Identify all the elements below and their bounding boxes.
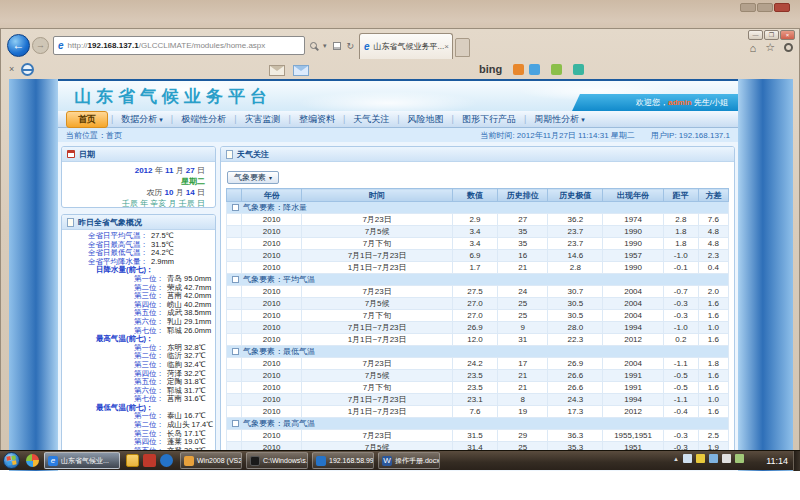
table-row[interactable]: 20107月23日27.52430.72004-0.72.0 [227,286,729,298]
weather-focus-panel: 天气关注 气象要素 ▾ [220,146,735,464]
nav-item-3[interactable]: 灾害监测 [237,113,289,126]
table-row[interactable]: 20107月23日31.52936.31955,1951-0.32.5 [227,430,729,442]
mail-open-icon[interactable] [293,65,309,76]
browser-tab[interactable]: e 山东省气候业务平... × [359,33,453,59]
date-panel-body: 2012 年 11 月 27 日星期二农历 10 月 14 日壬辰 年 辛亥 月… [62,162,215,208]
cell: 1.6 [698,298,728,310]
toolbar-icon-blue[interactable] [529,64,540,75]
table-group-row[interactable]: 气象要素：最低气温 [227,346,729,358]
search-icon[interactable] [310,42,317,49]
maximize-button[interactable]: ❐ [764,30,779,40]
table-row[interactable]: 20101月1日~7月23日7.61917.32012-0.41.6 [227,406,729,418]
toolbar-icon-teal[interactable] [573,64,584,75]
column-header-7[interactable]: 距平 [663,189,698,202]
update-icon[interactable] [683,454,692,463]
nav-item-1[interactable]: 数据分析▾ [113,113,171,126]
table-group-row[interactable]: 气象要素：平均气温 [227,274,729,286]
checkbox[interactable] [232,420,239,427]
volume-icon[interactable] [722,454,731,463]
close-icon[interactable] [774,3,790,12]
start-button[interactable] [3,452,20,469]
toolbar-icon-green[interactable] [551,64,562,75]
cell: 27.5 [452,286,497,298]
cell: 23.5 [452,382,497,394]
taskbar-task-cmd[interactable]: C:\Windows\s... [246,452,308,469]
favorites-star-icon[interactable]: ☆ [765,41,775,54]
nav-item-2[interactable]: 极端性分析 [173,113,234,126]
column-header-1[interactable]: 年份 [242,189,302,202]
taskbar-task-word[interactable]: W 操作手册.docx... [378,452,440,469]
nav-item-7[interactable]: 图形下行产品 [454,113,524,126]
network-icon[interactable] [709,454,718,463]
bing-logo[interactable]: bing [479,63,502,75]
table-row[interactable]: 20107月1日~7月23日23.1824.31994-1.11.0 [227,394,729,406]
checkbox[interactable] [232,276,239,283]
media-app-icon[interactable] [143,454,156,467]
nav-item-6[interactable]: 风险地图 [400,113,452,126]
refresh-icon[interactable]: ↻ [347,41,355,51]
nav-item-4[interactable]: 整编资料 [291,113,343,126]
date-text: 日 [195,166,205,175]
back-button[interactable]: ← [7,34,30,57]
table-row[interactable]: 20107月5候3.43523.719901.84.8 [227,226,729,238]
app-icon[interactable] [26,454,39,467]
browser-app-icon[interactable] [160,454,173,467]
toolbar-close-icon[interactable]: × [9,64,14,74]
cell: 1月1日~7月23日 [302,262,453,274]
table-group-row[interactable]: 气象要素：最高气温 [227,418,729,430]
new-tab-button[interactable] [455,38,470,57]
column-header-3[interactable]: 数值 [452,189,497,202]
table-group-row[interactable]: 气象要素：降水量 [227,202,729,214]
action-center-flag-icon[interactable] [735,454,744,463]
close-button[interactable]: × [780,30,795,40]
toolbar-icon-orange[interactable] [513,64,524,75]
taskbar-clock[interactable]: 11:14 [766,456,788,466]
maximize-icon[interactable] [757,3,773,12]
tab-close-icon[interactable]: × [444,42,449,51]
forward-button[interactable]: → [32,37,49,54]
page-viewport: 山东省气候业务平台 欢迎您，admin 先生/小姐 首页|数据分析▾|极端性分析… [9,79,793,471]
table-row[interactable]: 20101月1日~7月23日12.03122.320120.21.6 [227,334,729,346]
ime-icon[interactable] [696,454,705,463]
nav-item-0[interactable]: 首页 [66,111,108,128]
taskbar-task-rdp[interactable]: 192.168.58.99... [312,452,374,469]
table-row[interactable]: 20107月1日~7月23日6.91614.61957-1.02.3 [227,250,729,262]
table-row[interactable]: 20107月下旬23.52126.61991-0.51.6 [227,382,729,394]
cell: 2010 [242,370,302,382]
table-row[interactable]: 20107月23日24.21726.92004-1.11.8 [227,358,729,370]
column-header-8[interactable]: 方差 [698,189,728,202]
mail-icon[interactable] [269,65,285,76]
folder-icon[interactable] [126,454,139,467]
tab-title: 山东省气候业务平... [374,41,445,52]
minimize-button[interactable]: — [748,30,763,40]
table-row[interactable]: 20107月下旬27.02530.52004-0.31.6 [227,310,729,322]
blocked-icon[interactable] [21,63,34,76]
compatibility-view-icon[interactable] [333,42,341,50]
address-bar[interactable]: e http://192.168.137.1/GLCCLIMATE/module… [53,36,305,55]
taskbar-task-vm[interactable]: Win2008 (VS2... [180,452,242,469]
nav-item-8[interactable]: 周期性分析▾ [526,113,593,126]
table-row[interactable]: 20107月下旬3.43523.719901.84.8 [227,238,729,250]
column-header-2[interactable]: 时间 [302,189,453,202]
table-row[interactable]: 20107月23日2.92736.219742.87.6 [227,214,729,226]
element-filter-button[interactable]: 气象要素 ▾ [227,171,279,184]
column-header-0[interactable] [227,189,242,202]
gear-icon[interactable] [784,43,793,52]
show-desktop-button[interactable] [793,451,800,471]
taskbar-task-active[interactable]: e 山东省气候业... [44,452,120,469]
home-icon[interactable]: ⌂ [749,42,756,54]
table-row[interactable]: 20107月5候23.52126.61991-0.51.6 [227,370,729,382]
dropdown-arrow-icon[interactable]: ▾ [323,42,327,50]
column-header-5[interactable]: 历史极值 [548,189,603,202]
table-row[interactable]: 20107月5候27.02530.52004-0.31.6 [227,298,729,310]
cell: 21 [498,382,548,394]
column-header-6[interactable]: 出现年份 [603,189,663,202]
table-row[interactable]: 20101月1日~7月23日1.7212.81990-0.10.4 [227,262,729,274]
table-row[interactable]: 20107月1日~7月23日26.9928.01994-1.01.0 [227,322,729,334]
hidden-icons-arrow[interactable]: ▲ [673,456,679,462]
checkbox[interactable] [232,348,239,355]
column-header-4[interactable]: 历史排位 [498,189,548,202]
minimize-icon[interactable] [740,3,756,12]
checkbox[interactable] [232,204,239,211]
nav-item-5[interactable]: 天气关注 [345,113,397,126]
